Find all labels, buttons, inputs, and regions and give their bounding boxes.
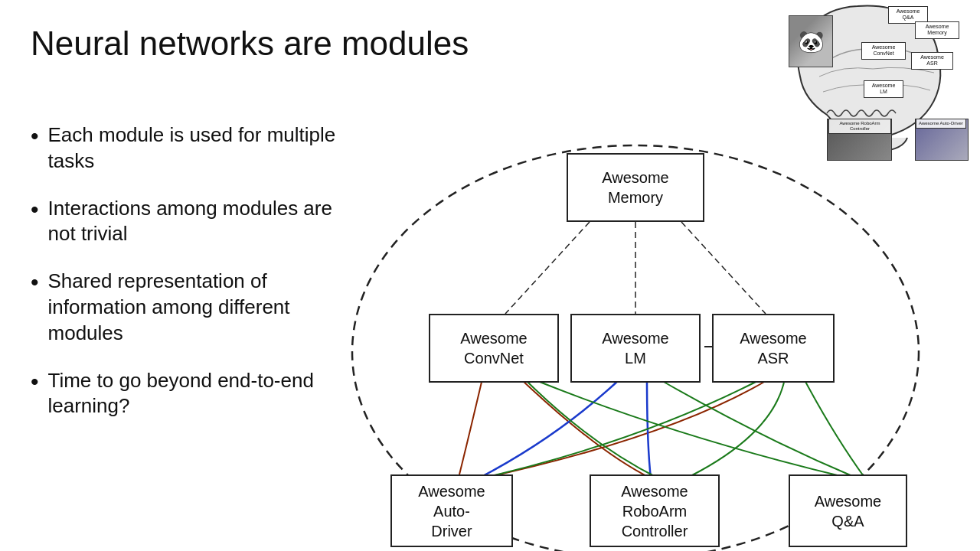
module-asr: AwesomeASR xyxy=(712,314,835,383)
mini-box-roboarm: Awesome RoboArm Controller xyxy=(828,119,891,134)
bullet-dot-4: • xyxy=(31,368,39,396)
bullet-text-2: Interactions among modules are not trivi… xyxy=(48,196,352,248)
bullet-dot-2: • xyxy=(31,196,39,223)
bullet-item-2: • Interactions among modules are not tri… xyxy=(31,196,352,248)
module-roboarm: AwesomeRoboArmController xyxy=(590,474,720,547)
svg-line-0 xyxy=(505,222,590,314)
mini-box-convnet: AwesomeConvNet xyxy=(861,42,906,60)
bullet-list: • Each module is used for multiple tasks… xyxy=(31,122,352,441)
bullet-dot-3: • xyxy=(31,269,39,296)
module-convnet: AwesomeConvNet xyxy=(429,314,559,383)
module-autodriver: AwesomeAuto-Driver xyxy=(390,474,513,547)
panda-image: 🐼 xyxy=(789,15,833,67)
brain-illustration: AwesomeQ&A AwesomeMemory AwesomeConvNet … xyxy=(781,0,980,153)
bullet-item-1: • Each module is used for multiple tasks xyxy=(31,122,352,174)
bullet-dot-1: • xyxy=(31,122,39,150)
mini-box-autodriver: Awesome Auto-Driver xyxy=(916,119,966,129)
module-lm: AwesomeLM xyxy=(570,314,701,383)
bullet-item-3: • Shared representation of information a… xyxy=(31,269,352,346)
bullet-text-4: Time to go beyond end-to-end learning? xyxy=(48,368,352,420)
bullet-text-3: Shared representation of information amo… xyxy=(48,269,352,346)
svg-line-2 xyxy=(681,222,766,314)
module-qa: AwesomeQ&A xyxy=(789,474,907,547)
bullet-item-4: • Time to go beyond end-to-end learning? xyxy=(31,368,352,420)
mini-box-asr: AwesomeASR xyxy=(911,52,953,70)
bullet-text-1: Each module is used for multiple tasks xyxy=(48,122,352,174)
mini-box-lm: AwesomeLM xyxy=(864,80,903,98)
mini-box-memory: AwesomeMemory xyxy=(915,21,959,39)
module-memory: AwesomeMemory xyxy=(567,153,704,222)
